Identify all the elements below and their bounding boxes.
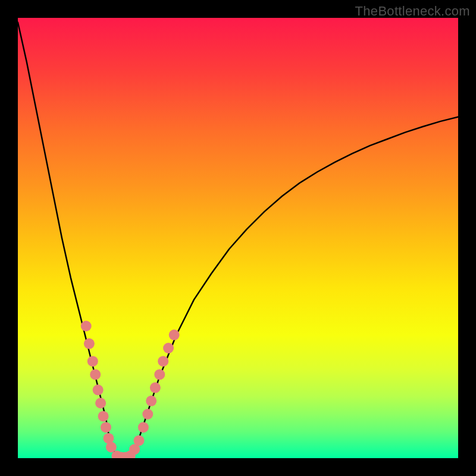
data-point <box>158 356 168 367</box>
data-point <box>106 442 117 453</box>
chart-frame: TheBottleneck.com <box>0 0 476 476</box>
data-point <box>90 369 101 380</box>
data-point <box>138 422 149 433</box>
data-point <box>81 321 92 331</box>
data-point <box>163 343 174 353</box>
bottleneck-curve <box>18 22 458 458</box>
data-point <box>169 330 180 340</box>
data-point <box>154 369 165 380</box>
plot-area <box>18 18 458 458</box>
data-point <box>84 339 95 349</box>
data-point <box>98 411 109 422</box>
data-point <box>142 409 153 419</box>
data-point <box>150 383 161 393</box>
data-point <box>146 396 156 406</box>
watermark-text: TheBottleneck.com <box>355 4 470 19</box>
data-markers <box>81 321 180 458</box>
curve-layer <box>18 18 458 458</box>
data-point <box>93 384 104 395</box>
data-point <box>134 435 145 446</box>
data-point <box>95 398 106 409</box>
data-point <box>101 422 111 433</box>
data-point <box>87 356 98 367</box>
